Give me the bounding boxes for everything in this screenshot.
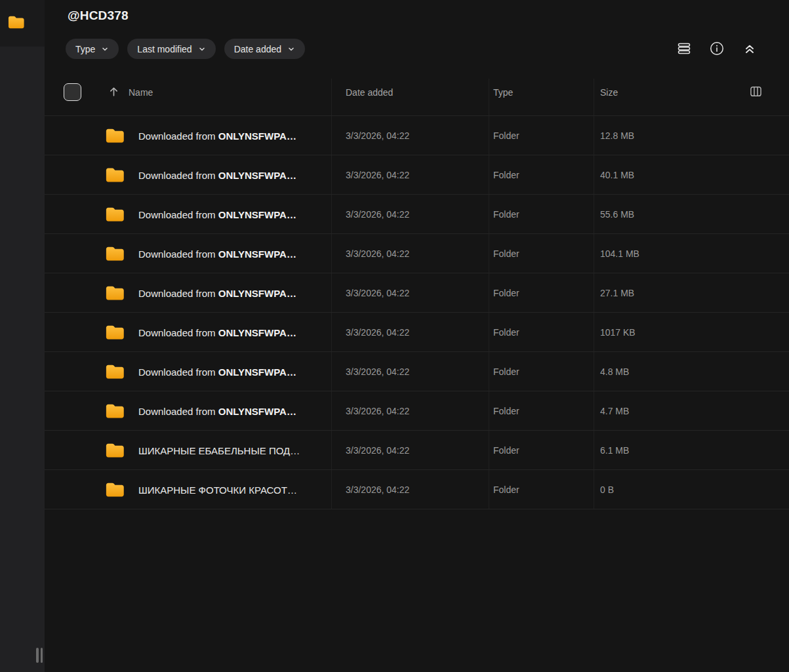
file-size: 55.6 MB (600, 209, 634, 220)
file-date-added: 3/3/2026, 04:22 (346, 209, 409, 220)
file-name: Downloaded from ONLYNSFWPA… (138, 366, 296, 377)
file-size: 0 B (600, 484, 614, 495)
table-row[interactable]: Downloaded from ONLYNSFWPA… 3/3/2026, 04… (45, 116, 789, 155)
sidebar-resize-handle[interactable] (36, 648, 43, 663)
file-type: Folder (493, 130, 519, 141)
file-type: Folder (493, 327, 519, 338)
file-name: Downloaded from ONLYNSFWPA… (138, 130, 296, 141)
table-row[interactable]: ШИКАРНЫЕ ЕБАБЕЛЬНЫЕ ПОД… 3/3/2026, 04:22… (45, 431, 789, 470)
file-type: Folder (493, 170, 519, 180)
file-size: 6.1 MB (600, 445, 629, 456)
sort-ascending-icon[interactable] (108, 85, 120, 98)
file-type: Folder (493, 484, 519, 495)
file-date-added: 3/3/2026, 04:22 (346, 484, 409, 495)
table-row[interactable]: Downloaded from ONLYNSFWPA… 3/3/2026, 04… (45, 234, 789, 273)
table-row[interactable]: Downloaded from ONLYNSFWPA… 3/3/2026, 04… (45, 352, 789, 391)
info-icon[interactable] (709, 41, 725, 56)
folder-icon (105, 127, 125, 144)
file-name: Downloaded from ONLYNSFWPA… (138, 287, 296, 298)
file-name: ШИКАРНЫЕ ФОТОЧКИ КРАСОТ… (138, 484, 297, 495)
table-row[interactable]: Downloaded from ONLYNSFWPA… 3/3/2026, 04… (45, 273, 789, 313)
table-row[interactable]: Downloaded from ONLYNSFWPA… 3/3/2026, 04… (45, 195, 789, 234)
file-list: Downloaded from ONLYNSFWPA… 3/3/2026, 04… (45, 115, 789, 509)
file-date-added: 3/3/2026, 04:22 (346, 248, 409, 259)
table-row[interactable]: Downloaded from ONLYNSFWPA… 3/3/2026, 04… (45, 155, 789, 195)
folder-icon (105, 481, 125, 498)
toolbar-actions (676, 41, 758, 56)
chevron-down-icon (287, 45, 295, 53)
table-header: Name Date added Type Size (45, 77, 789, 115)
folder-icon (105, 285, 125, 301)
folder-icon (105, 167, 125, 183)
file-date-added: 3/3/2026, 04:22 (346, 406, 409, 416)
file-date-added: 3/3/2026, 04:22 (346, 288, 409, 298)
folder-icon (7, 15, 25, 30)
table-row[interactable]: ШИКАРНЫЕ ФОТОЧКИ КРАСОТ… 3/3/2026, 04:22… (45, 470, 789, 509)
table-row[interactable]: Downloaded from ONLYNSFWPA… 3/3/2026, 04… (45, 391, 789, 431)
file-type: Folder (493, 406, 519, 416)
main-panel: @HCD378 Type Last modified Date added (45, 0, 789, 672)
column-header-date-added[interactable]: Date added (346, 87, 393, 98)
filter-chip-label: Last modified (137, 44, 192, 54)
collapse-up-icon[interactable] (742, 41, 758, 56)
file-date-added: 3/3/2026, 04:22 (346, 170, 409, 180)
file-name: Downloaded from ONLYNSFWPA… (138, 326, 296, 338)
file-name: ШИКАРНЫЕ ЕБАБЕЛЬНЫЕ ПОД… (138, 445, 300, 456)
column-header-size[interactable]: Size (600, 87, 618, 98)
filter-chip-date-added[interactable]: Date added (224, 39, 305, 59)
file-size: 4.8 MB (600, 366, 629, 377)
file-date-added: 3/3/2026, 04:22 (346, 130, 409, 141)
chevron-down-icon (198, 45, 206, 53)
file-date-added: 3/3/2026, 04:22 (346, 327, 409, 338)
folder-icon (105, 363, 125, 380)
file-name: Downloaded from ONLYNSFWPA… (138, 208, 296, 220)
filter-chip-last-modified[interactable]: Last modified (127, 39, 215, 59)
file-type: Folder (493, 288, 519, 298)
rows-view-icon[interactable] (676, 41, 692, 56)
filter-chip-label: Type (75, 44, 95, 54)
file-date-added: 3/3/2026, 04:22 (346, 445, 409, 456)
folder-icon (105, 206, 125, 222)
folder-icon (105, 403, 125, 419)
file-name: Downloaded from ONLYNSFWPA… (138, 169, 296, 180)
column-header-name[interactable]: Name (129, 87, 153, 98)
file-type: Folder (493, 366, 519, 377)
sidebar (0, 0, 45, 672)
folder-icon (105, 324, 125, 340)
workspace-button[interactable] (0, 0, 45, 47)
folder-icon (105, 442, 125, 458)
select-all-checkbox[interactable] (64, 83, 81, 101)
file-size: 12.8 MB (600, 130, 634, 141)
table-row[interactable]: Downloaded from ONLYNSFWPA… 3/3/2026, 04… (45, 313, 789, 352)
filter-chip-label: Date added (234, 44, 281, 54)
file-date-added: 3/3/2026, 04:22 (346, 366, 409, 377)
file-size: 4.7 MB (600, 406, 629, 416)
file-type: Folder (493, 248, 519, 259)
chevron-down-icon (101, 45, 109, 53)
file-size: 27.1 MB (600, 288, 634, 298)
filter-chip-type[interactable]: Type (66, 39, 119, 59)
file-name: Downloaded from ONLYNSFWPA… (138, 248, 296, 259)
file-name: Downloaded from ONLYNSFWPA… (138, 405, 296, 416)
file-type: Folder (493, 209, 519, 220)
folder-icon (105, 245, 125, 262)
file-type: Folder (493, 445, 519, 456)
columns-settings-icon[interactable] (749, 85, 763, 98)
page-title: @HCD378 (68, 9, 129, 23)
file-size: 1017 KB (600, 327, 636, 338)
file-size: 104.1 MB (600, 248, 639, 259)
column-header-type[interactable]: Type (493, 87, 513, 98)
filter-bar: Type Last modified Date added (66, 39, 305, 59)
file-size: 40.1 MB (600, 170, 634, 180)
